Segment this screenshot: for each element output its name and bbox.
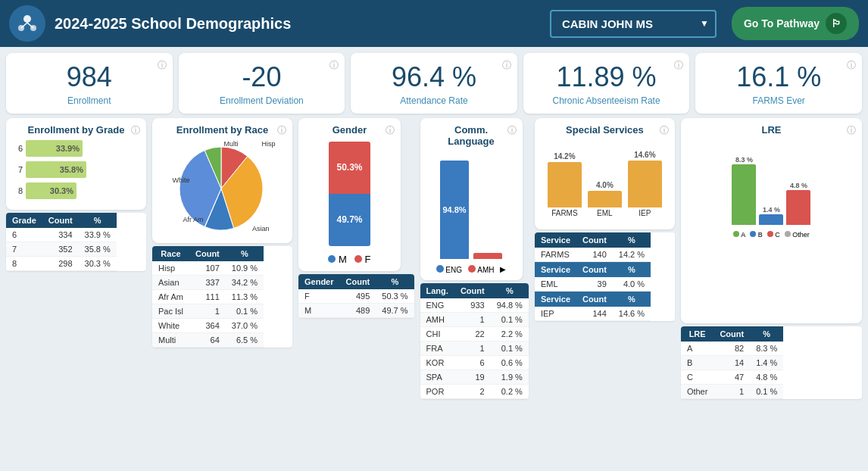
th-count: Count — [713, 326, 750, 342]
lang-chart-title: Comm.Language — [426, 124, 517, 147]
td: FRA — [420, 341, 454, 355]
td: 0.1 % — [491, 341, 529, 355]
info-icon-lang[interactable]: ⓘ — [507, 124, 517, 137]
info-icon-enrollment[interactable]: ⓘ — [158, 59, 167, 72]
info-icon-special[interactable]: ⓘ — [660, 124, 669, 137]
table-row: POR20.2 % — [420, 384, 529, 398]
eml-cell: EML — [535, 277, 576, 292]
enrollment-value: 984 — [18, 62, 161, 92]
grade-label: 6 — [12, 144, 23, 153]
th-count: Count — [189, 246, 226, 261]
table-row: CHI222.2 % — [420, 326, 529, 341]
table-row: 633433.9 % — [6, 228, 117, 242]
lang-arrow[interactable]: ▶ — [500, 265, 506, 274]
deviation-value: -20 — [191, 62, 333, 92]
school-selector-wrap: CABIN JOHN MS — [550, 10, 717, 38]
td: 0.1 % — [226, 304, 264, 318]
gender-f-bar: 50.3% — [329, 142, 370, 194]
race-chart-title: Enrollment by Race — [158, 124, 286, 136]
th-lre: LRE — [681, 326, 714, 342]
info-icon-race[interactable]: ⓘ — [277, 124, 286, 137]
race-chart-card: ⓘ Enrollment by Race Multi Hisp White Af… — [152, 118, 292, 243]
info-icon-farms[interactable]: ⓘ — [847, 59, 856, 72]
header: 2024-2025 School Demographics CABIN JOHN… — [0, 0, 868, 47]
td: F — [298, 289, 340, 304]
grade-bar-wrap: 35.8% — [26, 161, 140, 178]
th-%: % — [750, 326, 783, 342]
grade-bar-row: 7 35.8% — [12, 161, 140, 178]
td: A — [681, 342, 714, 356]
table-row: C474.8 % — [681, 370, 783, 384]
td: 111 — [189, 289, 226, 304]
app-title: 2024-2025 School Demographics — [55, 15, 550, 33]
lre-table: LRECount%A828.3 %B141.4 %C474.8 %Other10… — [681, 326, 862, 399]
gender-chart-card: ⓘ Gender 50.3% 49.7% M F — [298, 118, 401, 271]
td: Afr Am — [152, 289, 189, 304]
td: 0.1 % — [491, 312, 529, 326]
grade-bar-row: 6 33.9% — [12, 140, 140, 157]
lre-b-col: 1.4 % — [759, 206, 783, 225]
td: 107 — [189, 261, 226, 276]
school-dropdown[interactable]: CABIN JOHN MS — [550, 10, 717, 38]
lre-chart-card: ⓘ LRE 8.3 % 1.4 % 4.8 % A B C — [681, 118, 862, 323]
table-row: Hisp10710.9 % — [152, 261, 264, 276]
pct-header1: % — [613, 232, 651, 248]
td: 352 — [42, 242, 79, 256]
th-race: Race — [152, 246, 189, 261]
td: 1 — [189, 304, 226, 318]
lre-other-legend: Other — [785, 231, 810, 239]
info-icon-attendance[interactable]: ⓘ — [502, 59, 511, 72]
grade-bar-wrap: 33.9% — [26, 140, 140, 157]
info-icon-deviation[interactable]: ⓘ — [329, 59, 339, 72]
service-cell: FARMS — [535, 248, 576, 262]
info-icon-lre[interactable]: ⓘ — [847, 124, 856, 137]
table-row: SPA191.9 % — [420, 370, 529, 384]
f-legend: F — [354, 254, 371, 265]
info-icon-grade[interactable]: ⓘ — [131, 124, 140, 137]
th-%: % — [376, 274, 414, 289]
lre-c-pct: 4.8 % — [790, 182, 807, 189]
lre-a-col: 8.3 % — [732, 156, 756, 225]
td: 298 — [42, 256, 79, 270]
special-chart-card: ⓘ Special Services 14.2% FARMS 4.0% EML … — [535, 118, 675, 229]
lang-legend: ENG AMH ▶ — [426, 265, 517, 274]
iep-count-cell: 144 — [576, 307, 613, 321]
absenteeism-value: 11.89 % — [535, 62, 678, 92]
th-%: % — [491, 283, 529, 298]
flag-icon: 🏳 — [826, 13, 847, 34]
service-header1: Service — [535, 232, 576, 248]
goto-label: Go To Pathway — [744, 17, 820, 30]
count-cell: 140 — [576, 248, 613, 262]
special-chart-title: Special Services — [541, 124, 669, 136]
pct-cell: 14.2 % — [613, 248, 651, 262]
special-table: ServiceCount% FARMS 140 14.2 % ServiceCo… — [535, 232, 675, 321]
attendance-label: Attendance Rate — [363, 95, 505, 106]
info-icon-absenteeism[interactable]: ⓘ — [674, 59, 683, 72]
table-row: F49550.3 % — [298, 289, 414, 304]
table-row: M48949.7 % — [298, 303, 414, 317]
iep-cell: IEP — [535, 307, 576, 321]
table-row: IEP 144 14.6 % — [535, 307, 651, 321]
lre-a-pct: 8.3 % — [735, 156, 753, 164]
table-row: B141.4 % — [681, 355, 783, 370]
td: Hisp — [152, 261, 189, 276]
lre-a-bar — [732, 164, 756, 225]
info-icon-gender[interactable]: ⓘ — [386, 124, 395, 137]
farms-bar — [548, 162, 582, 207]
goto-pathway-button[interactable]: Go To Pathway 🏳 — [732, 7, 859, 40]
race-pie: Multi Hisp White Afr Am Asian — [170, 139, 276, 237]
lre-b-pct: 1.4 % — [763, 206, 780, 214]
lre-bars: 8.3 % 1.4 % 4.8 % — [687, 142, 856, 225]
table-row: FARMS 140 14.2 % — [535, 248, 651, 262]
td: 334 — [42, 228, 79, 242]
th-lang.: Lang. — [420, 283, 454, 298]
pct-header3: % — [613, 291, 651, 307]
m-legend: M — [328, 254, 346, 265]
td: Asian — [152, 275, 189, 289]
td: KOR — [420, 355, 454, 370]
lang-bars: 94.8% — [426, 153, 517, 259]
td: 14 — [713, 355, 750, 370]
td: 6 — [454, 355, 491, 370]
gender-stack: 50.3% 49.7% — [329, 142, 370, 246]
eml-pct-cell: 4.0 % — [613, 277, 651, 292]
